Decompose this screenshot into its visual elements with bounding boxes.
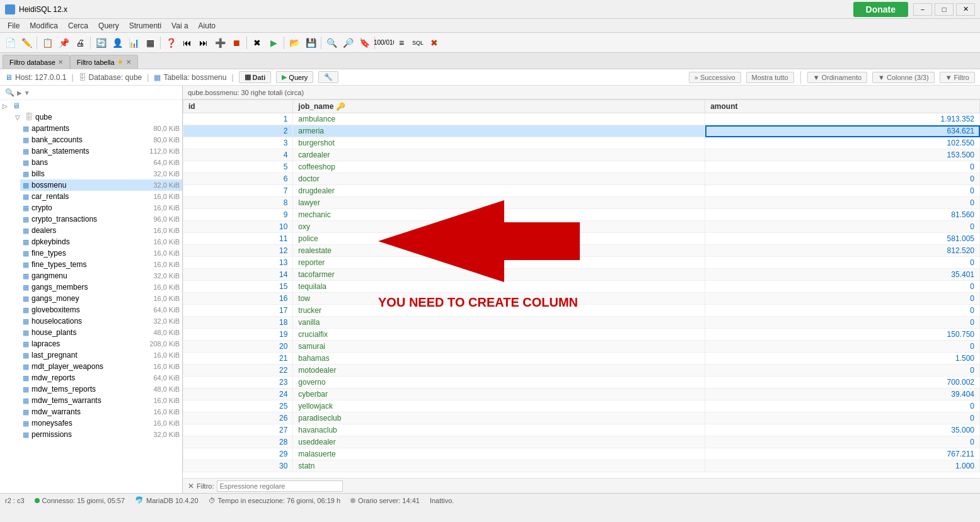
toolbar-print-btn[interactable]: 🖨 xyxy=(72,35,88,50)
sidebar-item-bank-statements[interactable]: ▦ bank_statements 112,0 KiB xyxy=(20,145,182,157)
toolbar-grid-btn[interactable]: ▦ xyxy=(142,35,158,50)
col-id-header[interactable]: id xyxy=(183,100,293,113)
data-table-container[interactable]: id job_name 🔑 amount 1ambulance1.913.352… xyxy=(183,99,980,478)
table-row[interactable]: 12realestate812.520 xyxy=(183,245,980,257)
sidebar-item-gloveboxitems[interactable]: ▦ gloveboxitems 64,0 KiB xyxy=(20,304,182,315)
toolbar-folder-btn[interactable]: 📂 xyxy=(287,35,302,50)
sidebar-item-bans[interactable]: ▦ bans 64,0 KiB xyxy=(20,157,182,168)
sidebar-item-mdw-warrants[interactable]: ▦ mdw_warrants 16,0 KiB xyxy=(20,406,182,417)
sidebar-item-house-plants[interactable]: ▦ house_plants 48,0 KiB xyxy=(20,327,182,338)
toolbar-x-btn[interactable]: ✖ xyxy=(427,35,442,50)
tab-filtro-database-close[interactable]: ✕ xyxy=(58,59,63,65)
toolbar-paste-btn[interactable]: 📌 xyxy=(56,35,71,50)
sidebar-item-mdw-tems-reports[interactable]: ▦ mdw_tems_reports 48,0 KiB xyxy=(20,383,182,395)
sidebar-item-gangmenu[interactable]: ▦ gangmenu 32,0 KiB xyxy=(20,270,182,281)
menu-aiuto[interactable]: Aiuto xyxy=(193,20,221,31)
toolbar-save-btn[interactable]: 💾 xyxy=(303,35,318,50)
col-jobname-header[interactable]: job_name 🔑 xyxy=(293,100,705,113)
sidebar-item-bills[interactable]: ▦ bills 32,0 KiB xyxy=(20,168,182,179)
menu-cerca[interactable]: Cerca xyxy=(63,20,93,31)
toolbar-edit-btn[interactable]: ✏️ xyxy=(19,35,34,50)
table-row[interactable]: 18vanilla0 xyxy=(183,317,980,329)
sidebar-item-houselocations[interactable]: ▦ houselocations 32,0 KiB xyxy=(20,315,182,327)
table-row[interactable]: 11police581.005 xyxy=(183,233,980,245)
toolbar-prev-btn[interactable]: ⏮ xyxy=(180,35,195,50)
toolbar-bookmark-btn[interactable]: 🔖 xyxy=(357,35,372,50)
menu-query[interactable]: Query xyxy=(93,20,124,31)
table-row[interactable]: 8lawyer0 xyxy=(183,197,980,209)
table-row[interactable]: 5coffeeshop0 xyxy=(183,161,980,173)
toolbar-cancel-btn[interactable]: ✖ xyxy=(250,35,265,50)
toolbar-code-btn[interactable]: 100/010 xyxy=(378,35,393,50)
toolbar-add-btn[interactable]: ➕ xyxy=(212,35,228,50)
nav-extra-btn[interactable]: 🔧 xyxy=(318,71,338,83)
sidebar-item-last-pregnant[interactable]: ▦ last_pregnant 16,0 KiB xyxy=(20,349,182,361)
table-row[interactable]: 29malasuerte767.211 xyxy=(183,448,980,460)
sidebar-item-mdw-tems-warrants[interactable]: ▦ mdw_tems_warrants 16,0 KiB xyxy=(20,395,182,406)
table-row[interactable]: 9mechanic81.560 xyxy=(183,209,980,221)
toolbar-list-btn[interactable]: ≡ xyxy=(394,35,409,50)
toolbar-refresh-btn[interactable]: 🔄 xyxy=(93,35,108,50)
sidebar-item-fine-types[interactable]: ▦ fine_types 16,0 KiB xyxy=(20,247,182,259)
toolbar-help-btn[interactable]: ❓ xyxy=(163,35,178,50)
table-row[interactable]: 13reporter0 xyxy=(183,257,980,269)
tree-db[interactable]: ▽ 🗄 qube xyxy=(10,111,182,123)
toolbar-copy-btn[interactable]: 📋 xyxy=(40,35,55,50)
sidebar-item-gangs-money[interactable]: ▦ gangs_money 16,0 KiB xyxy=(20,293,182,304)
sidebar-item-crypto-transactions[interactable]: ▦ crypto_transactions 96,0 KiB xyxy=(20,213,182,225)
table-row[interactable]: 6doctor0 xyxy=(183,173,980,185)
table-row[interactable]: 26paradiseclub0 xyxy=(183,412,980,424)
nav-query-btn[interactable]: ▶ Query xyxy=(276,71,313,83)
table-row[interactable]: 21bahamas1.500 xyxy=(183,353,980,365)
menu-strumenti[interactable]: Strumenti xyxy=(124,20,166,31)
menu-modifica[interactable]: Modifica xyxy=(25,20,63,31)
minimize-button[interactable]: − xyxy=(913,3,932,16)
toolbar-new-btn[interactable]: 📄 xyxy=(3,35,18,50)
toolbar-table-btn[interactable]: 📊 xyxy=(126,35,141,50)
sidebar-item-apartments[interactable]: ▦ apartments 80,0 KiB xyxy=(20,123,182,134)
sidebar-item-moneysafes[interactable]: ▦ moneysafes 16,0 KiB xyxy=(20,417,182,429)
maximize-button[interactable]: □ xyxy=(935,3,954,16)
nav-dati-btn[interactable]: ▦ Dati xyxy=(239,71,272,83)
tree-root-1[interactable]: ▷ 🖥 xyxy=(0,100,182,111)
sidebar-item-bossmenu[interactable]: ▦ bossmenu 32,0 KiB xyxy=(20,179,182,191)
nav-ordinamento-btn[interactable]: ▼ Ordinamento xyxy=(807,72,867,83)
filter-input[interactable] xyxy=(217,480,343,492)
table-row[interactable]: 22motodealer0 xyxy=(183,365,980,377)
sidebar-item-car-rentals[interactable]: ▦ car_rentals 16,0 KiB xyxy=(20,191,182,202)
table-row[interactable]: 30statn1.000 xyxy=(183,460,980,472)
table-row[interactable]: 27havanaclub35.000 xyxy=(183,424,980,436)
sidebar-item-dpkeybinds[interactable]: ▦ dpkeybinds 16,0 KiB xyxy=(20,236,182,247)
table-row[interactable]: 25yellowjack0 xyxy=(183,400,980,412)
sidebar-item-bank-accounts[interactable]: ▦ bank_accounts 80,0 KiB xyxy=(20,134,182,145)
table-row[interactable]: 17trucker0 xyxy=(183,305,980,317)
nav-colonne-btn[interactable]: ▼ Colonne (3/3) xyxy=(872,72,935,83)
nav-successivo-btn[interactable]: » Successivo xyxy=(689,72,741,83)
table-row[interactable]: 24cyberbar39.404 xyxy=(183,389,980,400)
nav-filtro-btn[interactable]: ▼ Filtro xyxy=(940,72,975,83)
donate-button[interactable]: Donate xyxy=(853,2,908,17)
sidebar-item-fine-types-tems[interactable]: ▦ fine_types_tems 16,0 KiB xyxy=(20,259,182,270)
table-row[interactable]: 4cardealer153.500 xyxy=(183,149,980,161)
filter-close-btn[interactable]: ✕ xyxy=(188,482,194,491)
sidebar-item-gangs-members[interactable]: ▦ gangs_members 16,0 KiB xyxy=(20,281,182,293)
table-row[interactable]: 23governo700.002 xyxy=(183,377,980,389)
nav-mostra-tutto-btn[interactable]: Mostra tutto xyxy=(746,72,794,83)
toolbar-stop-btn[interactable]: ⏹ xyxy=(229,35,244,50)
menu-file[interactable]: File xyxy=(3,20,25,31)
table-row[interactable]: 2armeria634.621 xyxy=(183,125,980,137)
toolbar-next-btn[interactable]: ⏭ xyxy=(196,35,211,50)
table-row[interactable]: 10oxy0 xyxy=(183,221,980,233)
table-row[interactable]: 16tow0 xyxy=(183,293,980,305)
table-row[interactable]: 19crucialfix150.750 xyxy=(183,329,980,341)
table-row[interactable]: 7drugdealer0 xyxy=(183,185,980,197)
table-row[interactable]: 1ambulance1.913.352 xyxy=(183,113,980,125)
table-row[interactable]: 3burgershot102.550 xyxy=(183,137,980,149)
table-row[interactable]: 14tacofarmer35.401 xyxy=(183,269,980,281)
toolbar-zoom-btn[interactable]: 🔎 xyxy=(340,35,355,50)
close-button[interactable]: ✕ xyxy=(956,3,975,16)
sidebar-item-permissions[interactable]: ▦ permissions 32,0 KiB xyxy=(20,429,182,440)
toolbar-search-btn[interactable]: 🔍 xyxy=(324,35,339,50)
tab-filtro-tabella[interactable]: Filtro tabella ★ ✕ xyxy=(70,55,138,69)
sidebar-item-dealers[interactable]: ▦ dealers 16,0 KiB xyxy=(20,225,182,236)
